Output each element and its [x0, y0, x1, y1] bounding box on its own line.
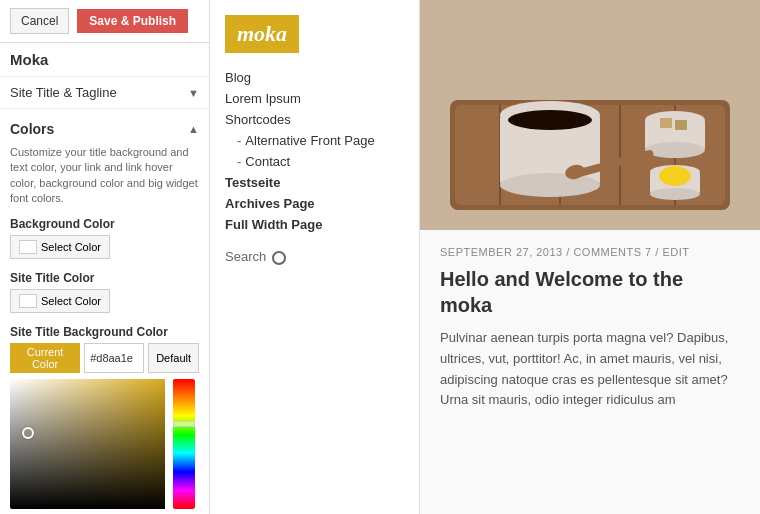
site-title-bg-color-label: Site Title Background Color [10, 325, 199, 339]
current-color-button[interactable]: Current Color [10, 343, 80, 373]
list-item[interactable]: Alternative Front Page [225, 130, 404, 151]
color-picker-buttons: Current Color Default [10, 343, 199, 373]
save-publish-button[interactable]: Save & Publish [77, 9, 188, 33]
preview-nav-panel: moka BlogLorem IpsumShortcodesAlternativ… [210, 0, 420, 514]
colors-description: Customize your title background and text… [10, 145, 199, 207]
nav-list: BlogLorem IpsumShortcodesAlternative Fro… [225, 67, 404, 235]
svg-rect-14 [675, 120, 687, 130]
svg-point-9 [508, 110, 592, 130]
search-bar: Search [225, 249, 404, 264]
list-item[interactable]: Blog [225, 67, 404, 88]
list-item[interactable]: Contact [225, 151, 404, 172]
color-gradient [10, 379, 165, 509]
site-title-color-field: Site Title Color Select Color [10, 271, 199, 313]
coffee-scene-illustration [420, 0, 760, 230]
site-title-tagline-section[interactable]: Site Title & Tagline ▼ [0, 77, 209, 109]
site-title-bg-color-field: Site Title Background Color Current Colo… [10, 325, 199, 514]
site-title-color-select-button[interactable]: Select Color [10, 289, 110, 313]
background-color-field: Background Color Select Color [10, 217, 199, 259]
site-logo: moka [225, 15, 299, 53]
post-meta: September 27, 2013 / Comments 7 / Edit [420, 230, 760, 266]
list-item[interactable]: Archives Page [225, 193, 404, 214]
search-icon[interactable] [272, 251, 286, 265]
background-color-label: Background Color [10, 217, 199, 231]
preview-image [420, 0, 760, 230]
hex-color-input[interactable] [84, 343, 144, 373]
colors-label: Colors [10, 121, 54, 137]
chevron-down-icon: ▼ [188, 87, 199, 99]
site-title-color-label: Site Title Color [10, 271, 199, 285]
post-excerpt: Pulvinar aenean turpis porta magna vel? … [420, 328, 760, 411]
background-color-swatch [19, 240, 37, 254]
site-title-color-button-label: Select Color [41, 295, 101, 307]
hue-slider-handle[interactable] [173, 421, 195, 427]
color-picker-handle[interactable] [22, 427, 34, 439]
svg-rect-13 [660, 118, 672, 128]
chevron-up-icon: ▲ [188, 123, 199, 135]
list-item[interactable]: Full Width Page [225, 214, 404, 235]
default-color-button[interactable]: Default [148, 343, 199, 373]
cancel-button[interactable]: Cancel [10, 8, 69, 34]
svg-point-12 [645, 142, 705, 158]
svg-point-8 [500, 173, 600, 197]
background-color-select-button[interactable]: Select Color [10, 235, 110, 259]
colors-section-header[interactable]: Colors ▲ [10, 117, 199, 145]
color-picker-area[interactable] [10, 379, 195, 509]
list-item[interactable]: Shortcodes [225, 109, 404, 130]
svg-point-17 [650, 188, 700, 200]
background-color-button-label: Select Color [41, 241, 101, 253]
list-item[interactable]: Testseite [225, 172, 404, 193]
top-bar: Cancel Save & Publish [0, 0, 209, 43]
svg-point-18 [659, 166, 691, 186]
list-item[interactable]: Lorem Ipsum [225, 88, 404, 109]
left-panel: Cancel Save & Publish Moka Site Title & … [0, 0, 210, 514]
site-title-tagline-label: Site Title & Tagline [10, 85, 117, 100]
post-title: Hello and Welcome to the moka [420, 266, 760, 328]
blog-preview-panel: September 27, 2013 / Comments 7 / Edit H… [420, 0, 760, 514]
search-label: Search [225, 249, 266, 264]
colors-section: Colors ▲ Customize your title background… [0, 109, 209, 514]
site-title-color-swatch [19, 294, 37, 308]
hue-slider[interactable] [173, 379, 195, 509]
panel-title: Moka [0, 43, 209, 77]
